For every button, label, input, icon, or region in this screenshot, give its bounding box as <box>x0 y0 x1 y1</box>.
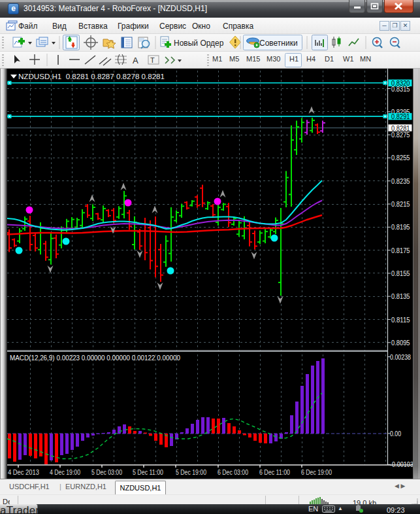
svg-text:0.8275: 0.8275 <box>391 131 410 139</box>
svg-text:T: T <box>150 56 155 64</box>
svg-text:0.8281: 0.8281 <box>391 124 410 132</box>
svg-text:0.8291: 0.8291 <box>391 112 410 120</box>
svg-text:0.00238: 0.00238 <box>390 353 411 361</box>
svg-text:5 Dec 03:00: 5 Dec 03:00 <box>91 468 122 476</box>
svg-text:A: A <box>133 56 138 65</box>
svg-text:MACD(12,26,9) 0.00223 0.00000: MACD(12,26,9) 0.00223 0.00000 0.00000 0.… <box>10 354 180 362</box>
svg-text:0.00: 0.00 <box>390 430 401 437</box>
svg-text:6 Dec 19:00: 6 Dec 19:00 <box>301 468 332 476</box>
svg-text:0.8255: 0.8255 <box>391 154 410 162</box>
svg-text:5 Dec 11:00: 5 Dec 11:00 <box>133 468 163 476</box>
svg-text:0.8095: 0.8095 <box>391 339 410 347</box>
svg-text:0.8215: 0.8215 <box>391 200 410 208</box>
svg-text:0.8195: 0.8195 <box>391 223 410 231</box>
svg-text:0.8175: 0.8175 <box>391 247 410 254</box>
svg-text:0.8235: 0.8235 <box>391 177 410 185</box>
svg-text:4 Dec 2013: 4 Dec 2013 <box>8 468 39 476</box>
svg-text:NZDUSD,H1 0.8281 0.8287 0.827: NZDUSD,H1 0.8281 0.8287 0.8278 0.8281 <box>18 73 165 80</box>
svg-text:0.8155: 0.8155 <box>391 269 410 277</box>
svg-text:5 Dec 19:00: 5 Dec 19:00 <box>176 468 206 476</box>
svg-text:0.8135: 0.8135 <box>391 292 410 300</box>
svg-text:0.8115: 0.8115 <box>391 316 410 324</box>
svg-text:6 Dec 03:00: 6 Dec 03:00 <box>218 468 248 476</box>
svg-text:0.8320: 0.8320 <box>391 79 410 87</box>
svg-text:4 Dec 19:00: 4 Dec 19:00 <box>50 468 80 476</box>
svg-text:6 Dec 11:00: 6 Dec 11:00 <box>259 468 290 476</box>
